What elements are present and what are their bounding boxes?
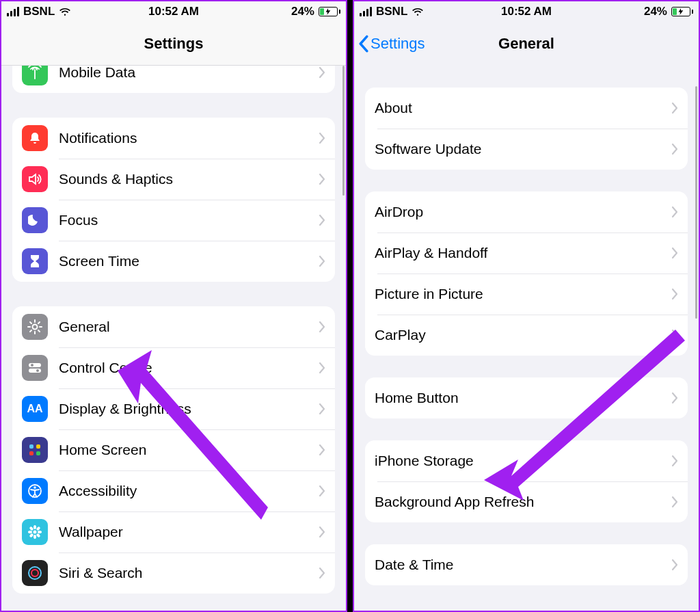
signal-icon <box>360 7 372 16</box>
row-label: Wallpaper <box>59 524 319 540</box>
chevron-right-icon <box>671 455 678 467</box>
row-label: General <box>59 319 319 335</box>
status-left: BSNL <box>360 5 448 18</box>
row-label: CarPlay <box>375 327 671 343</box>
row-label: Siri & Search <box>59 565 319 581</box>
svg-point-4 <box>36 369 39 372</box>
chevron-right-icon <box>671 143 678 155</box>
row-siri[interactable]: Siri & Search <box>12 553 335 594</box>
siri-icon <box>22 560 48 586</box>
svg-point-11 <box>33 531 37 534</box>
row-date-time[interactable]: Date & Time <box>365 544 688 585</box>
chevron-left-icon <box>358 35 369 53</box>
row-label: Sounds & Haptics <box>59 171 319 187</box>
row-airplay[interactable]: AirPlay & Handoff <box>365 232 688 274</box>
row-about[interactable]: About <box>365 88 688 129</box>
battery-icon <box>671 7 693 16</box>
row-mobile-data[interactable]: Mobile Data <box>12 66 335 93</box>
row-label: Home Button <box>375 390 671 406</box>
row-pip[interactable]: Picture in Picture <box>365 274 688 315</box>
status-right: 24% <box>252 5 340 18</box>
nav-bar: Settings General <box>354 22 699 66</box>
row-wallpaper[interactable]: Wallpaper <box>12 511 335 553</box>
chevron-right-icon <box>671 392 678 404</box>
status-right: 24% <box>604 5 693 18</box>
chevron-right-icon <box>319 255 325 267</box>
row-home-screen[interactable]: Home Screen <box>12 429 335 470</box>
row-carplay[interactable]: CarPlay <box>365 315 688 356</box>
row-accessibility[interactable]: Accessibility <box>12 470 335 511</box>
row-display[interactable]: AA Display & Brightness <box>12 388 335 429</box>
row-iphone-storage[interactable]: iPhone Storage <box>365 440 688 481</box>
chevron-right-icon <box>671 288 678 300</box>
signal-icon <box>7 7 19 16</box>
svg-point-2 <box>31 364 33 367</box>
row-label: Mobile Data <box>59 66 319 81</box>
row-label: Display & Brightness <box>59 401 319 417</box>
chevron-right-icon <box>319 132 325 144</box>
svg-point-0 <box>33 325 38 330</box>
status-bar: BSNL 10:52 AM 24% <box>1 1 346 22</box>
chevron-right-icon <box>671 102 678 114</box>
row-label: About <box>375 100 671 116</box>
grid-icon <box>22 437 48 463</box>
moon-icon <box>22 207 48 233</box>
group-about: About Software Update <box>365 88 688 170</box>
chevron-right-icon <box>671 559 678 571</box>
clock-label: 10:52 AM <box>501 5 552 18</box>
row-general[interactable]: General <box>12 306 335 347</box>
wifi-icon <box>412 7 424 16</box>
row-focus[interactable]: Focus <box>12 200 335 241</box>
back-button[interactable]: Settings <box>358 22 425 66</box>
antenna-icon <box>22 66 48 85</box>
row-label: Accessibility <box>59 483 319 499</box>
svg-rect-1 <box>29 363 41 367</box>
row-notifications[interactable]: Notifications <box>12 118 335 159</box>
svg-rect-6 <box>36 444 40 449</box>
svg-point-12 <box>33 525 36 529</box>
svg-rect-5 <box>29 444 33 449</box>
status-bar: BSNL 10:52 AM 24% <box>354 1 699 22</box>
clock-label: 10:52 AM <box>148 5 199 18</box>
row-software-update[interactable]: Software Update <box>365 129 688 170</box>
svg-point-17 <box>36 533 40 537</box>
gear-icon <box>22 314 48 340</box>
row-control-centre[interactable]: Control Centre <box>12 347 335 388</box>
row-home-button[interactable]: Home Button <box>365 377 688 418</box>
row-bg-refresh[interactable]: Background App Refresh <box>365 481 688 522</box>
svg-rect-7 <box>29 451 33 455</box>
row-airdrop[interactable]: AirDrop <box>365 191 688 232</box>
nav-bar: Settings <box>1 22 346 66</box>
row-label: Background App Refresh <box>375 494 671 510</box>
row-label: iPhone Storage <box>375 453 671 469</box>
chevron-right-icon <box>319 321 325 333</box>
row-sounds[interactable]: Sounds & Haptics <box>12 159 335 200</box>
svg-point-21 <box>31 570 38 576</box>
group-airdrop: AirDrop AirPlay & Handoff Picture in Pic… <box>365 191 688 356</box>
svg-rect-3 <box>29 369 41 373</box>
chevron-right-icon <box>671 206 678 218</box>
chevron-right-icon <box>671 247 678 259</box>
svg-rect-8 <box>36 451 40 455</box>
row-label: Home Screen <box>59 442 319 458</box>
chevron-right-icon <box>319 214 325 226</box>
status-left: BSNL <box>7 5 96 18</box>
chevron-right-icon <box>319 173 325 185</box>
row-label: Notifications <box>59 130 319 146</box>
row-screen-time[interactable]: Screen Time <box>12 241 335 282</box>
hourglass-icon <box>22 248 48 274</box>
wifi-icon <box>59 7 71 16</box>
chevron-right-icon <box>319 66 325 79</box>
row-label: Date & Time <box>375 557 671 573</box>
svg-point-10 <box>33 486 36 489</box>
battery-pct-label: 24% <box>291 5 314 18</box>
aa-icon: AA <box>22 396 48 422</box>
flower-icon <box>22 519 48 545</box>
chevron-right-icon <box>319 526 325 538</box>
general-scroll[interactable]: About Software Update AirDrop AirPlay & … <box>354 66 699 611</box>
svg-point-14 <box>28 531 32 533</box>
group-storage: iPhone Storage Background App Refresh <box>365 440 688 522</box>
toggles-icon <box>22 355 48 381</box>
page-title: General <box>498 35 554 53</box>
settings-scroll[interactable]: Bluetooth Off Mobile Data N <box>1 66 346 611</box>
